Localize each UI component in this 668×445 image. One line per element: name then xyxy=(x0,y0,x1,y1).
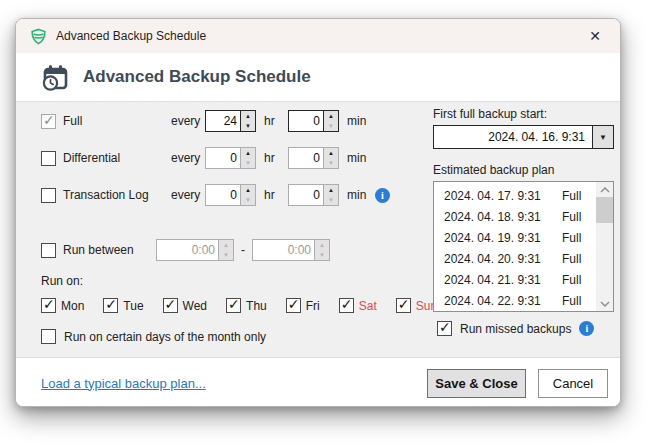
first-backup-label: First full backup start: xyxy=(433,107,614,121)
plan-row: 2024. 04. 17. 9:31Full xyxy=(434,185,596,206)
day-sat[interactable]: Sat xyxy=(339,298,377,313)
differential-min-value[interactable]: 0 xyxy=(289,148,323,168)
spin-down-icon xyxy=(219,250,233,260)
hr-label: hr xyxy=(256,188,288,202)
day-tue[interactable]: Tue xyxy=(103,298,143,313)
spin-down-icon[interactable] xyxy=(324,121,338,131)
month-days-row[interactable]: Run on certain days of the month only xyxy=(41,329,426,344)
differential-hr-value[interactable]: 0 xyxy=(206,148,240,168)
run-on-days: Mon Tue Wed Thu Fri Sat Sun xyxy=(41,298,426,313)
min-label: min xyxy=(339,114,375,128)
load-plan-link[interactable]: Load a typical backup plan... xyxy=(41,376,206,391)
full-min-value[interactable]: 0 xyxy=(289,111,323,131)
run-missed-row[interactable]: Run missed backups xyxy=(437,321,614,336)
backup-plan-panel: First full backup start: 2024. 04. 16. 9… xyxy=(433,107,614,336)
scrollbar-thumb[interactable] xyxy=(596,197,613,223)
save-close-button[interactable]: Save & Close xyxy=(427,369,526,398)
month-days-label: Run on certain days of the month only xyxy=(64,330,266,344)
dialog-content: Full every 24 hr 0 min Differential xyxy=(16,101,620,357)
close-icon[interactable] xyxy=(584,25,606,47)
info-icon[interactable] xyxy=(579,321,594,336)
window-titlebar: Advanced Backup Schedule xyxy=(16,19,620,53)
checkbox-transaction-log[interactable] xyxy=(41,188,56,203)
plan-row: 2024. 04. 18. 9:31Full xyxy=(434,206,596,227)
run-between-to-value: 0:00 xyxy=(253,240,314,260)
checkbox-thu[interactable] xyxy=(226,298,241,313)
schedule-settings: Full every 24 hr 0 min Differential xyxy=(41,110,426,344)
checkbox-wed[interactable] xyxy=(163,298,178,313)
translog-min-value[interactable]: 0 xyxy=(289,185,323,205)
checkbox-mon[interactable] xyxy=(41,298,56,313)
checkbox-month-days[interactable] xyxy=(41,329,56,344)
run-on-label: Run on: xyxy=(41,274,426,288)
spin-down-icon[interactable] xyxy=(241,158,255,168)
plan-list-scrollbar[interactable] xyxy=(596,182,613,311)
spin-up-icon[interactable] xyxy=(324,148,338,158)
spin-up-icon[interactable] xyxy=(324,111,338,121)
differential-backup-row: Differential every 0 hr 0 min xyxy=(41,147,426,169)
spin-down-icon[interactable] xyxy=(324,195,338,205)
spin-down-icon[interactable] xyxy=(241,121,255,131)
advanced-backup-schedule-dialog: Advanced Backup Schedule Advanced Backup… xyxy=(15,18,621,407)
run-between-label: Run between xyxy=(63,243,134,257)
plan-row: 2024. 04. 21. 9:31Full xyxy=(434,269,596,290)
hr-label: hr xyxy=(256,114,288,128)
day-fri[interactable]: Fri xyxy=(286,298,320,313)
scroll-up-icon[interactable] xyxy=(596,182,613,197)
checkbox-differential[interactable] xyxy=(41,151,56,166)
spin-down-icon[interactable] xyxy=(324,158,338,168)
spin-down-icon[interactable] xyxy=(241,195,255,205)
spin-up-icon[interactable] xyxy=(241,148,255,158)
translog-min-spinner[interactable]: 0 xyxy=(288,184,339,206)
cancel-button[interactable]: Cancel xyxy=(538,369,608,398)
full-hr-spinner[interactable]: 24 xyxy=(205,110,256,132)
checkbox-tue[interactable] xyxy=(103,298,118,313)
dropdown-arrow-icon[interactable] xyxy=(592,126,613,148)
differential-min-spinner[interactable]: 0 xyxy=(288,147,339,169)
transaction-log-row: Transaction Log every 0 hr 0 min xyxy=(41,184,426,206)
full-hr-value[interactable]: 24 xyxy=(206,111,240,131)
spin-up-icon xyxy=(315,240,329,250)
estimated-plan-label: Estimated backup plan xyxy=(433,163,614,177)
run-between-to-spinner: 0:00 xyxy=(252,239,330,261)
every-label: every xyxy=(171,151,205,165)
run-between-from-value: 0:00 xyxy=(157,240,218,260)
day-sun[interactable]: Sun xyxy=(396,298,437,313)
every-label: every xyxy=(171,114,205,128)
min-label: min xyxy=(339,151,375,165)
checkbox-sat[interactable] xyxy=(339,298,354,313)
scroll-down-icon[interactable] xyxy=(596,296,613,311)
window-title: Advanced Backup Schedule xyxy=(56,29,206,43)
run-missed-label: Run missed backups xyxy=(460,322,571,336)
info-icon[interactable] xyxy=(375,188,390,203)
day-thu[interactable]: Thu xyxy=(226,298,267,313)
full-min-spinner[interactable]: 0 xyxy=(288,110,339,132)
min-label: min xyxy=(339,188,375,202)
spin-up-icon[interactable] xyxy=(241,185,255,195)
day-wed[interactable]: Wed xyxy=(163,298,207,313)
checkbox-fri[interactable] xyxy=(286,298,301,313)
plan-row: 2024. 04. 19. 9:31Full xyxy=(434,227,596,248)
translog-hr-value[interactable]: 0 xyxy=(206,185,240,205)
translog-hr-spinner[interactable]: 0 xyxy=(205,184,256,206)
first-backup-value[interactable]: 2024. 04. 16. 9:31 xyxy=(434,126,592,148)
spin-down-icon xyxy=(315,250,329,260)
spin-up-icon[interactable] xyxy=(324,185,338,195)
differential-hr-spinner[interactable]: 0 xyxy=(205,147,256,169)
dialog-footer: Load a typical backup plan... Save & Clo… xyxy=(16,357,620,407)
spin-up-icon[interactable] xyxy=(241,111,255,121)
plan-row: 2024. 04. 22. 9:31Full xyxy=(434,290,596,311)
estimated-plan-list[interactable]: 2024. 04. 17. 9:31Full 2024. 04. 18. 9:3… xyxy=(433,181,614,312)
app-shield-icon xyxy=(30,28,47,45)
checkbox-sun[interactable] xyxy=(396,298,411,313)
run-between-from-spinner: 0:00 xyxy=(156,239,234,261)
every-label: every xyxy=(171,188,205,202)
first-backup-dropdown[interactable]: 2024. 04. 16. 9:31 xyxy=(433,125,614,149)
checkbox-full xyxy=(41,114,56,129)
checkbox-run-between[interactable] xyxy=(41,243,56,258)
backup-type-label: Differential xyxy=(63,151,120,165)
dialog-header: Advanced Backup Schedule xyxy=(16,53,620,101)
checkbox-run-missed[interactable] xyxy=(437,321,452,336)
range-separator: - xyxy=(234,243,252,257)
day-mon[interactable]: Mon xyxy=(41,298,84,313)
